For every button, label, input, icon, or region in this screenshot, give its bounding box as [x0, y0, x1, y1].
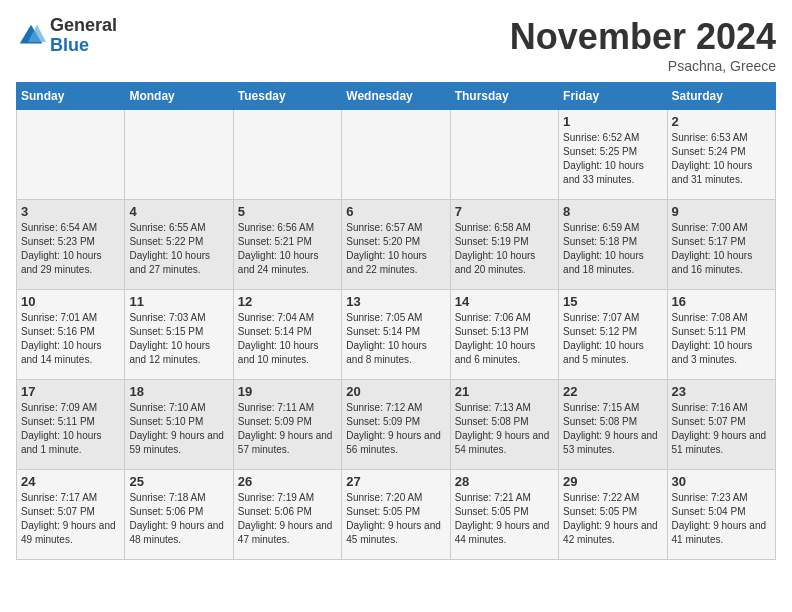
calendar-cell: 17Sunrise: 7:09 AM Sunset: 5:11 PM Dayli… [17, 380, 125, 470]
day-number: 16 [672, 294, 771, 309]
calendar-cell [450, 110, 558, 200]
day-header-friday: Friday [559, 83, 667, 110]
day-number: 11 [129, 294, 228, 309]
day-number: 15 [563, 294, 662, 309]
calendar-cell: 1Sunrise: 6:52 AM Sunset: 5:25 PM Daylig… [559, 110, 667, 200]
calendar-week-5: 24Sunrise: 7:17 AM Sunset: 5:07 PM Dayli… [17, 470, 776, 560]
cell-info: Sunrise: 7:13 AM Sunset: 5:08 PM Dayligh… [455, 401, 554, 457]
calendar-cell [233, 110, 341, 200]
calendar-cell: 27Sunrise: 7:20 AM Sunset: 5:05 PM Dayli… [342, 470, 450, 560]
cell-info: Sunrise: 7:18 AM Sunset: 5:06 PM Dayligh… [129, 491, 228, 547]
calendar-cell: 8Sunrise: 6:59 AM Sunset: 5:18 PM Daylig… [559, 200, 667, 290]
day-header-sunday: Sunday [17, 83, 125, 110]
day-number: 5 [238, 204, 337, 219]
calendar-week-1: 1Sunrise: 6:52 AM Sunset: 5:25 PM Daylig… [17, 110, 776, 200]
cell-info: Sunrise: 7:09 AM Sunset: 5:11 PM Dayligh… [21, 401, 120, 457]
calendar-cell: 16Sunrise: 7:08 AM Sunset: 5:11 PM Dayli… [667, 290, 775, 380]
cell-info: Sunrise: 6:58 AM Sunset: 5:19 PM Dayligh… [455, 221, 554, 277]
cell-info: Sunrise: 7:22 AM Sunset: 5:05 PM Dayligh… [563, 491, 662, 547]
calendar-cell [17, 110, 125, 200]
cell-info: Sunrise: 7:23 AM Sunset: 5:04 PM Dayligh… [672, 491, 771, 547]
calendar-table: SundayMondayTuesdayWednesdayThursdayFrid… [16, 82, 776, 560]
day-header-thursday: Thursday [450, 83, 558, 110]
day-number: 13 [346, 294, 445, 309]
day-number: 21 [455, 384, 554, 399]
cell-info: Sunrise: 6:55 AM Sunset: 5:22 PM Dayligh… [129, 221, 228, 277]
calendar-cell: 28Sunrise: 7:21 AM Sunset: 5:05 PM Dayli… [450, 470, 558, 560]
cell-info: Sunrise: 7:07 AM Sunset: 5:12 PM Dayligh… [563, 311, 662, 367]
calendar-cell: 11Sunrise: 7:03 AM Sunset: 5:15 PM Dayli… [125, 290, 233, 380]
cell-info: Sunrise: 7:06 AM Sunset: 5:13 PM Dayligh… [455, 311, 554, 367]
day-number: 20 [346, 384, 445, 399]
calendar-cell: 6Sunrise: 6:57 AM Sunset: 5:20 PM Daylig… [342, 200, 450, 290]
cell-info: Sunrise: 7:00 AM Sunset: 5:17 PM Dayligh… [672, 221, 771, 277]
calendar-cell: 30Sunrise: 7:23 AM Sunset: 5:04 PM Dayli… [667, 470, 775, 560]
day-number: 30 [672, 474, 771, 489]
calendar-cell: 29Sunrise: 7:22 AM Sunset: 5:05 PM Dayli… [559, 470, 667, 560]
day-number: 29 [563, 474, 662, 489]
logo-text: General Blue [50, 16, 117, 56]
day-number: 12 [238, 294, 337, 309]
cell-info: Sunrise: 7:10 AM Sunset: 5:10 PM Dayligh… [129, 401, 228, 457]
cell-info: Sunrise: 6:53 AM Sunset: 5:24 PM Dayligh… [672, 131, 771, 187]
calendar-week-2: 3Sunrise: 6:54 AM Sunset: 5:23 PM Daylig… [17, 200, 776, 290]
cell-info: Sunrise: 7:01 AM Sunset: 5:16 PM Dayligh… [21, 311, 120, 367]
calendar-cell: 21Sunrise: 7:13 AM Sunset: 5:08 PM Dayli… [450, 380, 558, 470]
day-number: 27 [346, 474, 445, 489]
day-header-wednesday: Wednesday [342, 83, 450, 110]
cell-info: Sunrise: 6:52 AM Sunset: 5:25 PM Dayligh… [563, 131, 662, 187]
day-number: 4 [129, 204, 228, 219]
calendar-cell: 25Sunrise: 7:18 AM Sunset: 5:06 PM Dayli… [125, 470, 233, 560]
cell-info: Sunrise: 7:15 AM Sunset: 5:08 PM Dayligh… [563, 401, 662, 457]
calendar-week-3: 10Sunrise: 7:01 AM Sunset: 5:16 PM Dayli… [17, 290, 776, 380]
day-number: 25 [129, 474, 228, 489]
calendar-cell: 3Sunrise: 6:54 AM Sunset: 5:23 PM Daylig… [17, 200, 125, 290]
day-header-tuesday: Tuesday [233, 83, 341, 110]
calendar-cell: 7Sunrise: 6:58 AM Sunset: 5:19 PM Daylig… [450, 200, 558, 290]
day-number: 14 [455, 294, 554, 309]
calendar-cell: 13Sunrise: 7:05 AM Sunset: 5:14 PM Dayli… [342, 290, 450, 380]
day-header-monday: Monday [125, 83, 233, 110]
location: Psachna, Greece [510, 58, 776, 74]
day-number: 26 [238, 474, 337, 489]
day-number: 22 [563, 384, 662, 399]
calendar-cell: 15Sunrise: 7:07 AM Sunset: 5:12 PM Dayli… [559, 290, 667, 380]
day-number: 28 [455, 474, 554, 489]
day-number: 17 [21, 384, 120, 399]
calendar-body: 1Sunrise: 6:52 AM Sunset: 5:25 PM Daylig… [17, 110, 776, 560]
day-number: 8 [563, 204, 662, 219]
calendar-cell: 10Sunrise: 7:01 AM Sunset: 5:16 PM Dayli… [17, 290, 125, 380]
day-number: 24 [21, 474, 120, 489]
calendar-header: SundayMondayTuesdayWednesdayThursdayFrid… [17, 83, 776, 110]
cell-info: Sunrise: 7:03 AM Sunset: 5:15 PM Dayligh… [129, 311, 228, 367]
calendar-week-4: 17Sunrise: 7:09 AM Sunset: 5:11 PM Dayli… [17, 380, 776, 470]
calendar-cell: 9Sunrise: 7:00 AM Sunset: 5:17 PM Daylig… [667, 200, 775, 290]
cell-info: Sunrise: 6:56 AM Sunset: 5:21 PM Dayligh… [238, 221, 337, 277]
day-number: 1 [563, 114, 662, 129]
calendar-cell: 12Sunrise: 7:04 AM Sunset: 5:14 PM Dayli… [233, 290, 341, 380]
calendar-cell: 18Sunrise: 7:10 AM Sunset: 5:10 PM Dayli… [125, 380, 233, 470]
cell-info: Sunrise: 7:19 AM Sunset: 5:06 PM Dayligh… [238, 491, 337, 547]
title-area: November 2024 Psachna, Greece [510, 16, 776, 74]
calendar-cell: 14Sunrise: 7:06 AM Sunset: 5:13 PM Dayli… [450, 290, 558, 380]
calendar-cell: 4Sunrise: 6:55 AM Sunset: 5:22 PM Daylig… [125, 200, 233, 290]
day-number: 7 [455, 204, 554, 219]
cell-info: Sunrise: 6:54 AM Sunset: 5:23 PM Dayligh… [21, 221, 120, 277]
day-number: 10 [21, 294, 120, 309]
header: General Blue November 2024 Psachna, Gree… [16, 16, 776, 74]
cell-info: Sunrise: 6:57 AM Sunset: 5:20 PM Dayligh… [346, 221, 445, 277]
day-number: 3 [21, 204, 120, 219]
logo-icon [16, 21, 46, 51]
calendar-cell: 20Sunrise: 7:12 AM Sunset: 5:09 PM Dayli… [342, 380, 450, 470]
calendar-cell: 24Sunrise: 7:17 AM Sunset: 5:07 PM Dayli… [17, 470, 125, 560]
cell-info: Sunrise: 7:04 AM Sunset: 5:14 PM Dayligh… [238, 311, 337, 367]
calendar-cell: 5Sunrise: 6:56 AM Sunset: 5:21 PM Daylig… [233, 200, 341, 290]
calendar-cell: 19Sunrise: 7:11 AM Sunset: 5:09 PM Dayli… [233, 380, 341, 470]
calendar-cell: 26Sunrise: 7:19 AM Sunset: 5:06 PM Dayli… [233, 470, 341, 560]
logo: General Blue [16, 16, 117, 56]
day-number: 18 [129, 384, 228, 399]
cell-info: Sunrise: 6:59 AM Sunset: 5:18 PM Dayligh… [563, 221, 662, 277]
day-number: 23 [672, 384, 771, 399]
calendar-cell: 23Sunrise: 7:16 AM Sunset: 5:07 PM Dayli… [667, 380, 775, 470]
calendar-cell: 22Sunrise: 7:15 AM Sunset: 5:08 PM Dayli… [559, 380, 667, 470]
